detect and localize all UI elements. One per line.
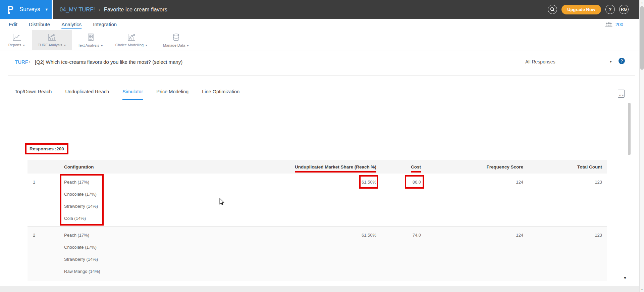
row-index: 1 bbox=[28, 174, 64, 226]
toolbar-item-label: Reports▼ bbox=[8, 43, 25, 47]
row-market-share: 61.50% bbox=[242, 227, 376, 281]
breadcrumb-separator: › bbox=[99, 7, 100, 12]
toolbar-item-label: TURF Analysis▼ bbox=[38, 43, 66, 47]
chevron-down-icon: ▼ bbox=[45, 7, 48, 11]
header-configuration: Configuration bbox=[64, 160, 242, 174]
turf-panel: TURF › [Q2] Which ice-creams flavors do … bbox=[0, 50, 639, 292]
response-filter-select[interactable]: All Responses bbox=[525, 59, 555, 64]
header-index-spacer bbox=[28, 160, 64, 174]
header-cost[interactable]: Cost bbox=[376, 160, 421, 174]
avatar[interactable]: RG bbox=[619, 5, 629, 14]
top-bar: P Surveys ▼ 04_MY TURF! › Favorite ice c… bbox=[0, 0, 644, 19]
tab-unduplicated-reach[interactable]: Unduplicated Reach bbox=[65, 89, 109, 100]
question-breadcrumb-row: TURF › [Q2] Which ice-creams flavors do … bbox=[0, 58, 639, 67]
tab-line-optimization[interactable]: Line Optimization bbox=[202, 89, 239, 100]
choice-modelling-icon bbox=[126, 34, 137, 42]
header-frequency-score: Frequency Score bbox=[421, 160, 523, 174]
row-configuration: Peach (17%)Chocolate (17%)Strawberry (14… bbox=[64, 227, 242, 281]
search-button[interactable] bbox=[548, 5, 557, 14]
export-xls-icon[interactable]: XLS bbox=[618, 90, 625, 98]
nav-item-integration[interactable]: Integration bbox=[93, 21, 117, 28]
row-total-count: 123 bbox=[523, 227, 602, 281]
toolbar-item-label: Choice Modelling▼ bbox=[115, 43, 148, 47]
help-icon[interactable]: ? bbox=[619, 58, 625, 64]
table-body: 1Peach (17%)Chocolate (17%)Strawberry (1… bbox=[28, 174, 607, 281]
breadcrumb-project-link[interactable]: 04_MY TURF! bbox=[60, 6, 95, 13]
configuration-item: Strawberry (14%) bbox=[64, 253, 242, 265]
nav-item-distribute[interactable]: Distribute bbox=[29, 21, 50, 28]
configuration-item: Strawberry (14%) bbox=[64, 200, 242, 212]
nav-item-edit[interactable]: Edit bbox=[9, 21, 17, 28]
panel-scrollbar-thumb[interactable] bbox=[628, 103, 631, 155]
turf-breadcrumb-link[interactable]: TURF bbox=[15, 59, 28, 65]
table-row: 2Peach (17%)Chocolate (17%)Strawberry (1… bbox=[28, 227, 607, 281]
divider bbox=[8, 75, 635, 76]
configuration-item: Cola (14%) bbox=[64, 212, 242, 225]
question-label: [Q2] Which ice-creams flavors do you lik… bbox=[35, 59, 182, 65]
main-nav: Edit Distribute Analytics Integration 20… bbox=[0, 19, 639, 30]
product-menu[interactable]: P Surveys ▼ bbox=[0, 0, 52, 19]
chevron-down-icon[interactable]: ▼ bbox=[609, 60, 612, 63]
breadcrumb-separator: › bbox=[29, 59, 31, 64]
configuration-item: Chocolate (17%) bbox=[64, 188, 242, 200]
tab-price-modeling[interactable]: Price Modeling bbox=[156, 89, 189, 100]
turf-analysis-icon bbox=[47, 34, 57, 42]
toolbar-item-reports[interactable]: Reports▼ bbox=[3, 30, 30, 50]
turf-tabs: Top/Down Reach Unduplicated Reach Simula… bbox=[15, 89, 239, 100]
responses-badge: Responses :200 bbox=[25, 143, 68, 154]
nav-item-analytics[interactable]: Analytics bbox=[61, 21, 82, 28]
product-menu-label: Surveys bbox=[19, 6, 40, 13]
scroll-up-icon[interactable]: ▲ bbox=[640, 1, 644, 4]
manage-data-icon bbox=[172, 33, 180, 42]
toolbar-item-label: Text Analysis▼ bbox=[78, 43, 103, 47]
table-row: 1Peach (17%)Chocolate (17%)Strawberry (1… bbox=[28, 174, 607, 227]
toolbar-item-turf-analysis[interactable]: TURF Analysis▼ bbox=[32, 30, 72, 50]
scroll-down-icon[interactable]: ▼ bbox=[640, 288, 644, 291]
row-total-count: 123 bbox=[523, 174, 602, 226]
row-frequency-score: 124 bbox=[421, 227, 523, 281]
respondents-icon bbox=[605, 22, 613, 27]
red-annotation-underline bbox=[295, 171, 376, 173]
help-button[interactable]: ? bbox=[605, 5, 615, 14]
row-index: 2 bbox=[28, 227, 64, 281]
reports-chart-icon bbox=[12, 34, 22, 42]
row-frequency-score: 124 bbox=[421, 174, 523, 226]
configuration-item: Peach (17%) bbox=[64, 176, 242, 188]
survey-title: Favorite ice cream flavors bbox=[104, 6, 167, 13]
configuration-item: Chocolate (17%) bbox=[64, 241, 242, 253]
browser-scrollbar-thumb[interactable] bbox=[640, 6, 644, 70]
row-market-share: 61.50% bbox=[242, 174, 376, 226]
header-unduplicated-market-share[interactable]: Unduplicated Market Share (Reach %) bbox=[242, 160, 376, 174]
simulation-table: Configuration Unduplicated Market Share … bbox=[28, 160, 607, 281]
row-cost: 74.0 bbox=[376, 227, 421, 281]
toolbar-item-label: Manage Data▼ bbox=[163, 43, 189, 47]
questionpro-logo-icon: P bbox=[7, 4, 19, 15]
upgrade-now-button[interactable]: Upgrade Now bbox=[561, 5, 601, 14]
app-window: P Surveys ▼ 04_MY TURF! › Favorite ice c… bbox=[0, 0, 644, 292]
row-cost: 86.0 bbox=[376, 174, 421, 226]
configuration-item: Peach (17%) bbox=[64, 229, 242, 241]
tab-simulator[interactable]: Simulator bbox=[122, 89, 143, 100]
browser-scrollbar[interactable]: ▲ ▼ bbox=[639, 0, 644, 292]
header-total-count: Total Count bbox=[523, 160, 602, 174]
responses-count[interactable]: 200 bbox=[615, 22, 623, 27]
analytics-toolbar: Reports▼ TURF Analysis▼ bbox=[0, 30, 639, 50]
search-icon bbox=[550, 7, 555, 12]
red-annotation-underline bbox=[411, 171, 421, 173]
panel-scroll-down-icon[interactable]: ▼ bbox=[623, 276, 627, 280]
tab-top-down-reach[interactable]: Top/Down Reach bbox=[15, 89, 52, 100]
toolbar-item-manage-data[interactable]: Manage Data▼ bbox=[158, 30, 195, 50]
top-bar-breadcrumb-area: 04_MY TURF! › Favorite ice cream flavors… bbox=[53, 0, 644, 19]
configuration-item: Raw Mango (14%) bbox=[64, 265, 242, 278]
table-header-row: Configuration Unduplicated Market Share … bbox=[28, 160, 607, 174]
toolbar-item-choice-modelling[interactable]: Choice Modelling▼ bbox=[113, 30, 150, 50]
text-analysis-icon bbox=[87, 33, 95, 42]
bottom-strip bbox=[0, 286, 639, 292]
toolbar-item-text-analysis[interactable]: Text Analysis▼ bbox=[74, 30, 107, 50]
row-configuration: Peach (17%)Chocolate (17%)Strawberry (14… bbox=[64, 174, 242, 226]
